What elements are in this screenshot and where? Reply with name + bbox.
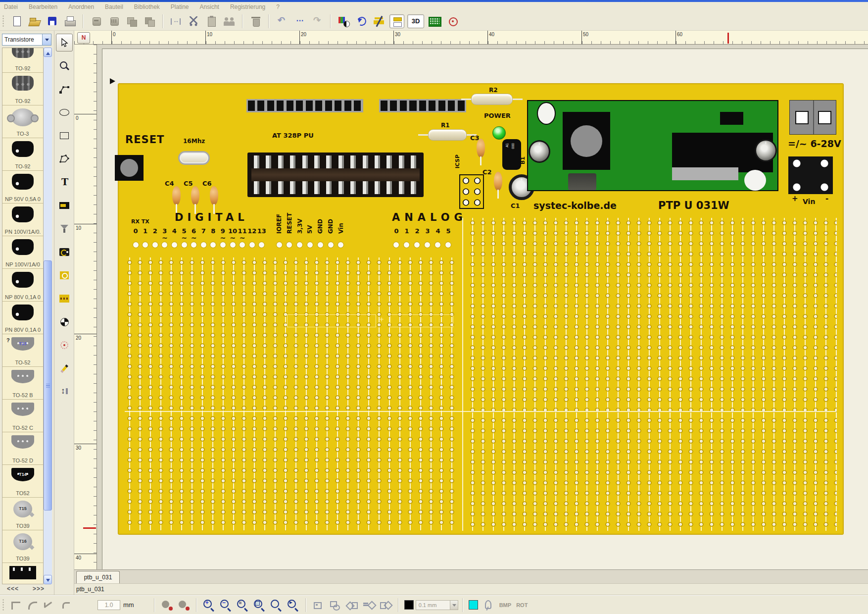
scroll-up-icon[interactable] <box>44 48 52 57</box>
pin-header-strip[interactable] <box>379 99 466 112</box>
chevron-down-icon[interactable] <box>42 34 51 45</box>
library-next-button[interactable]: >>> <box>33 585 45 595</box>
menu-item[interactable]: Platine <box>171 3 189 10</box>
library-item[interactable]: T15TO39 <box>2 501 43 530</box>
cursor-tool[interactable] <box>56 34 73 51</box>
pin-header-strip[interactable] <box>246 99 363 112</box>
digital-pin-pad[interactable] <box>171 242 178 248</box>
brush-tool[interactable] <box>56 359 73 377</box>
track-tool[interactable] <box>56 80 73 98</box>
capacitor-c6[interactable] <box>210 186 218 205</box>
digital-pin-pad[interactable] <box>191 242 197 248</box>
origin-button[interactable]: N <box>77 32 90 44</box>
footprint-tool[interactable] <box>56 290 73 307</box>
zoom-none-icon[interactable] <box>269 599 284 612</box>
open-file-icon[interactable] <box>27 14 42 28</box>
analog-pin-pad[interactable] <box>434 242 441 248</box>
corner-2-icon[interactable] <box>25 599 40 612</box>
corner-1-icon[interactable] <box>8 599 23 612</box>
analog-pin-pad[interactable] <box>424 242 431 248</box>
digital-pin-pad[interactable] <box>220 242 226 248</box>
library-prev-button[interactable]: <<< <box>7 585 19 595</box>
menu-item[interactable]: Ansicht <box>200 3 219 10</box>
more-icon[interactable] <box>292 14 307 28</box>
zoom-select-icon[interactable] <box>235 599 250 612</box>
ellipse-tool[interactable] <box>56 103 73 121</box>
dip-socket-component[interactable] <box>247 153 424 197</box>
highlight-color-swatch[interactable] <box>469 600 478 610</box>
zoom-in-icon[interactable] <box>201 599 216 612</box>
menu-item[interactable]: Anordnen <box>68 3 94 10</box>
undo-icon[interactable] <box>274 14 289 28</box>
punch-grid-icon[interactable] <box>106 14 121 28</box>
digital-pin-pad[interactable] <box>133 242 139 248</box>
text-tool[interactable] <box>56 173 73 191</box>
digital-pin-pad[interactable] <box>161 242 168 248</box>
zoom-page-icon[interactable] <box>252 599 267 612</box>
scroll-down-icon[interactable] <box>44 575 52 584</box>
digital-pin-pad[interactable] <box>152 242 158 248</box>
redo-icon[interactable] <box>310 14 325 28</box>
library-item[interactable]: T13?TO-52 <box>2 337 43 367</box>
resistor-r2[interactable] <box>471 94 513 105</box>
new-file-icon[interactable] <box>9 14 24 28</box>
power-pin-pad[interactable] <box>328 242 334 248</box>
power-pin-pad[interactable] <box>338 242 344 248</box>
menu-item[interactable]: Bibliothek <box>134 3 160 10</box>
library-item[interactable]: NP 100V/1A/0 <box>2 239 43 269</box>
pad-c-edit-icon[interactable] <box>344 599 359 612</box>
digital-pin-pad[interactable] <box>200 242 207 248</box>
library-item[interactable]: PN 80V 0,1A 0 <box>2 305 43 334</box>
menu-item[interactable]: Datei <box>4 3 18 10</box>
library-item[interactable]: TO-52 D <box>2 435 43 465</box>
save-file-icon[interactable] <box>45 14 59 28</box>
library-scrollbar[interactable] <box>44 48 52 584</box>
digital-pin-pad[interactable] <box>210 242 216 248</box>
library-item[interactable]: PN 100V/1A/0. <box>2 206 43 236</box>
corner-4-icon[interactable] <box>59 599 74 612</box>
analog-pin-pad[interactable] <box>393 242 399 248</box>
power-pin-pad[interactable] <box>286 242 292 248</box>
capacitor-c4[interactable] <box>172 186 181 205</box>
digital-pin-pad[interactable] <box>230 242 236 248</box>
pad-tool[interactable] <box>56 220 73 238</box>
component-mode-2-icon[interactable] <box>176 599 191 612</box>
library-item[interactable]: T16TO39 <box>2 533 43 563</box>
layer-colors-icon[interactable] <box>336 14 351 28</box>
clone-icon[interactable] <box>222 14 237 28</box>
smd-pad-tool[interactable] <box>56 197 73 214</box>
pad-e-edit-icon[interactable] <box>378 599 393 612</box>
rotate-icon[interactable] <box>354 14 369 28</box>
capacitor-c3[interactable] <box>477 139 485 157</box>
library-item[interactable]: SOT-93 <box>2 566 43 584</box>
rectangle-tool[interactable] <box>56 127 73 145</box>
power-led[interactable] <box>492 126 506 140</box>
library-item[interactable]: TO-3 <box>2 108 43 138</box>
measure-tool[interactable] <box>56 383 73 401</box>
analog-pin-pad[interactable] <box>445 242 451 248</box>
library-item[interactable]: TO-52 C <box>2 403 43 432</box>
photo-tool[interactable] <box>56 243 73 261</box>
track-width-select[interactable]: 0.1 mm <box>416 600 458 610</box>
library-item[interactable]: NP 50V 0,5A 0 <box>2 174 43 204</box>
library-item[interactable]: TO-92 <box>2 76 43 105</box>
library-item[interactable]: T14TO52 <box>2 468 43 498</box>
layer-color-swatch[interactable] <box>404 600 414 610</box>
menu-item[interactable]: Bearbeiten <box>29 3 57 10</box>
component-mode-1-icon[interactable] <box>159 599 174 612</box>
component-b1[interactable]: A1 000 <box>502 139 521 170</box>
vin-connector[interactable] <box>788 156 833 194</box>
macro-grid-icon[interactable] <box>427 14 442 28</box>
paste-icon[interactable] <box>204 14 219 28</box>
print-icon[interactable] <box>62 14 77 28</box>
drill-tool[interactable] <box>56 336 73 354</box>
duplicate-icon[interactable] <box>142 14 157 28</box>
library-item[interactable]: TO-92 <box>2 141 43 171</box>
analog-pin-pad[interactable] <box>403 242 410 248</box>
copy-icon[interactable] <box>124 14 139 28</box>
pad-b-edit-icon[interactable] <box>328 599 342 612</box>
align-horizontal-icon[interactable] <box>168 14 183 28</box>
power-pin-pad[interactable] <box>276 242 283 248</box>
terminal-block[interactable] <box>789 100 836 135</box>
crystal-component[interactable] <box>178 151 210 165</box>
